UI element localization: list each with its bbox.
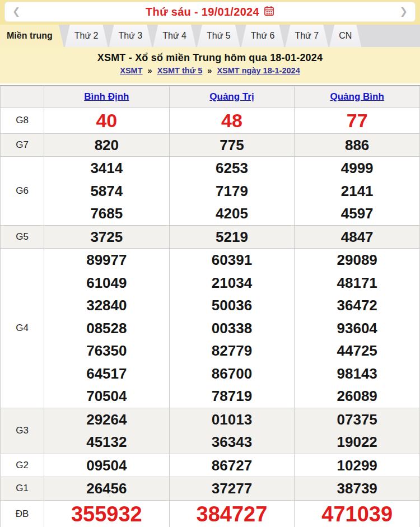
result-number: 7179 xyxy=(170,180,295,203)
province-header-quang-binh: Quảng Bình xyxy=(295,86,420,108)
result-number: 29264 xyxy=(44,408,169,431)
result-number: 26456 xyxy=(44,477,169,500)
province-link-quang-tri[interactable]: Quảng Trị xyxy=(209,91,254,102)
breadcrumb-link-xsmt-thu-5[interactable]: XSMT thứ 5 xyxy=(157,66,203,75)
result-cell: 625371794205 xyxy=(169,157,295,226)
breadcrumb-separator: » xyxy=(207,66,212,75)
results-table-body: G8404877G7820775886G63414587476856253717… xyxy=(1,108,420,527)
result-number: 48 xyxy=(170,108,295,133)
current-date-label[interactable]: Thứ sáu - 19/01/2024 xyxy=(146,6,259,18)
prize-row-g4: G489977610493284008528763506451770504603… xyxy=(1,249,420,408)
result-number: 886 xyxy=(295,134,419,157)
result-number: 44725 xyxy=(295,339,419,362)
result-cell: 0737519022 xyxy=(295,408,420,454)
result-number: 40 xyxy=(44,108,169,133)
result-number: 08528 xyxy=(44,317,169,340)
result-number: 98143 xyxy=(295,362,419,385)
page-title: XSMT - Xổ số miền Trung hôm qua 18-01-20… xyxy=(0,52,420,64)
prize-row-g7: G7820775886 xyxy=(1,133,420,157)
result-number: 4205 xyxy=(170,202,295,225)
prize-label: G3 xyxy=(1,408,44,454)
prize-row-db: ĐB355932384727471039 xyxy=(1,500,420,527)
result-cell: 355932 xyxy=(44,500,170,527)
previous-day-button[interactable]: ❮ xyxy=(12,2,26,22)
result-cell: 29089481713647293604447259814326089 xyxy=(295,249,420,408)
result-cell: 4847 xyxy=(295,225,420,249)
prize-label: G6 xyxy=(1,157,44,226)
result-number: 19022 xyxy=(295,431,419,454)
result-cell: 48 xyxy=(169,108,295,133)
breadcrumb: XSMT » XSMT thứ 5 » XSMT ngày 18-1-2024 xyxy=(0,66,420,75)
tab-thu-2[interactable]: Thứ 2 xyxy=(65,25,108,47)
result-cell: 86727 xyxy=(169,454,295,477)
province-link-quang-binh[interactable]: Quảng Bình xyxy=(330,91,384,102)
result-number: 4999 xyxy=(295,157,419,180)
result-number: 10299 xyxy=(295,454,419,477)
calendar-icon[interactable] xyxy=(264,6,274,18)
breadcrumb-separator: » xyxy=(148,66,152,75)
prize-label: G5 xyxy=(1,225,44,249)
result-cell: 886 xyxy=(295,133,420,157)
prize-row-g8: G8404877 xyxy=(1,108,420,133)
province-header-binh-dinh: Bình Định xyxy=(44,86,170,108)
result-cell: 10299 xyxy=(295,454,420,477)
result-number: 775 xyxy=(170,134,295,157)
result-cell: 499921414597 xyxy=(295,157,420,226)
result-number: 36472 xyxy=(295,294,419,317)
tab-thu-5[interactable]: Thứ 5 xyxy=(197,25,240,47)
date-navigation-bar: ❮ Thứ sáu - 19/01/2024 ❯ xyxy=(0,0,420,25)
tab-thu-4[interactable]: Thứ 4 xyxy=(153,25,196,47)
prize-label: G4 xyxy=(1,249,44,408)
results-table-head: Bình ĐịnhQuảng TrịQuảng Bình xyxy=(1,86,420,108)
breadcrumb-link-xsmt-ngay[interactable]: XSMT ngày 18-1-2024 xyxy=(217,66,300,75)
result-cell: 77 xyxy=(295,108,420,133)
result-number: 64517 xyxy=(44,362,169,385)
result-number: 78719 xyxy=(170,385,295,408)
prize-row-g2: G2095048672710299 xyxy=(1,454,420,477)
result-number: 3414 xyxy=(44,157,169,180)
next-day-button[interactable]: ❯ xyxy=(394,2,408,22)
result-cell: 38739 xyxy=(295,477,420,501)
result-number: 76350 xyxy=(44,339,169,362)
result-number: 4597 xyxy=(295,202,419,225)
result-number: 21034 xyxy=(170,272,295,295)
result-number: 45132 xyxy=(44,431,169,454)
page-header: XSMT - Xổ số miền Trung hôm qua 18-01-20… xyxy=(0,47,420,83)
result-number: 29089 xyxy=(295,249,419,272)
result-number: 50036 xyxy=(170,294,295,317)
result-number: 36343 xyxy=(170,431,295,454)
tab-mien-trung[interactable]: Miền trung xyxy=(0,25,64,47)
result-number: 2141 xyxy=(295,180,419,203)
result-number: 6253 xyxy=(170,157,295,180)
tab-cn[interactable]: CN xyxy=(329,25,361,47)
result-number: 86700 xyxy=(170,362,295,385)
prize-label: G7 xyxy=(1,133,44,157)
result-number: 5219 xyxy=(170,226,295,249)
result-cell: 5219 xyxy=(169,225,295,249)
result-cell: 471039 xyxy=(295,500,420,527)
result-cell: 341458747685 xyxy=(44,157,170,226)
result-number: 00338 xyxy=(170,317,295,340)
result-number: 32840 xyxy=(44,294,169,317)
prize-label: G8 xyxy=(1,108,44,133)
result-cell: 3725 xyxy=(44,225,170,249)
result-number: 82779 xyxy=(170,339,295,362)
result-cell: 37277 xyxy=(169,477,295,501)
result-number: 37277 xyxy=(170,477,295,500)
column-header-row: Bình ĐịnhQuảng TrịQuảng Bình xyxy=(1,86,420,108)
prize-row-g6: G6341458747685625371794205499921414597 xyxy=(1,157,420,226)
result-number: 77 xyxy=(295,108,419,133)
province-link-binh-dinh[interactable]: Bình Định xyxy=(84,91,129,102)
breadcrumb-link-xsmt[interactable]: XSMT xyxy=(120,66,142,75)
result-cell: 40 xyxy=(44,108,170,133)
tab-thu-6[interactable]: Thứ 6 xyxy=(241,25,284,47)
tab-bar: Miền trungThứ 2Thứ 3Thứ 4Thứ 5Thứ 6Thứ 7… xyxy=(0,25,420,47)
tab-thu-3[interactable]: Thứ 3 xyxy=(109,25,152,47)
result-number: 09504 xyxy=(44,454,169,477)
result-cell: 820 xyxy=(44,133,170,157)
result-number: 93604 xyxy=(295,317,419,340)
result-cell: 775 xyxy=(169,133,295,157)
result-number: 26089 xyxy=(295,385,419,408)
prize-label: G2 xyxy=(1,454,44,477)
tab-thu-7[interactable]: Thứ 7 xyxy=(285,25,328,47)
